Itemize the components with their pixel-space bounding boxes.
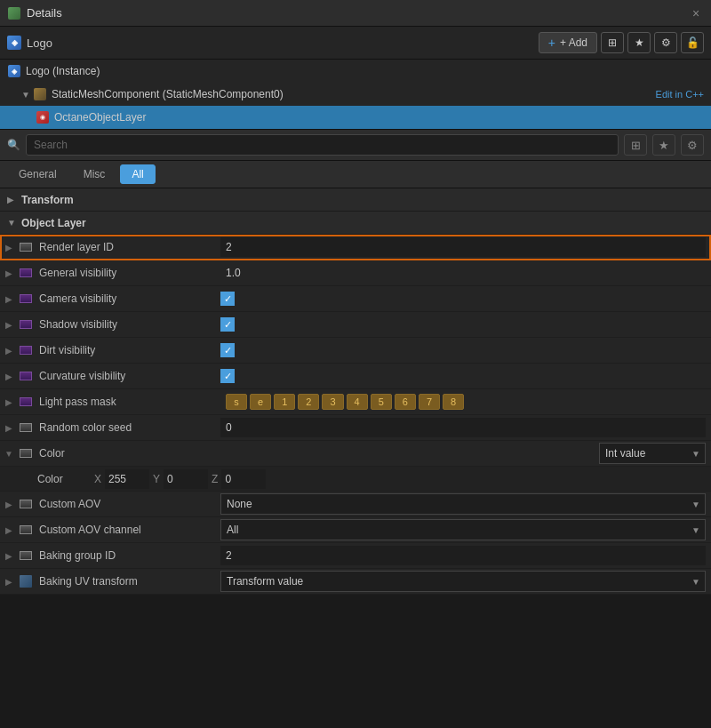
- expand-render-layer-id[interactable]: ▶: [0, 235, 18, 260]
- toolbar-buttons: + + Add ⊞ ★ ⚙ 🔓: [539, 32, 704, 53]
- settings-button[interactable]: ⚙: [654, 32, 677, 53]
- object-bar: ◈ Logo + + Add ⊞ ★ ⚙ 🔓: [0, 27, 711, 60]
- custom-aov-label: Custom AOV: [37, 498, 215, 510]
- camera-visibility-value: ✓: [215, 290, 711, 308]
- mask-btn-s[interactable]: s: [226, 394, 247, 410]
- baking-uv-transform-dropdown[interactable]: Transform value: [220, 571, 706, 592]
- prop-row-custom-aov-channel: ▶ Custom AOV channel All ▼: [0, 517, 711, 543]
- color-y-input[interactable]: [164, 469, 208, 489]
- color-mode-dropdown[interactable]: Int value: [599, 443, 706, 464]
- curvature-visibility-checkbox[interactable]: ✓: [220, 369, 235, 383]
- search-icon: 🔍: [7, 139, 20, 151]
- component-tree: ◈ Logo (Instance) ▼ StaticMeshComponent …: [0, 60, 711, 130]
- color-x-input[interactable]: [105, 469, 149, 489]
- tab-misc[interactable]: Misc: [72, 164, 117, 184]
- baking-uv-transform-label: Baking UV transform: [37, 575, 215, 588]
- prop-row-render-layer-id: ▶ Render layer ID: [0, 235, 711, 260]
- curvature-visibility-label: Curvature visibility: [37, 370, 215, 382]
- edit-cpp-link[interactable]: Edit in C++: [656, 89, 704, 100]
- grid-view-button[interactable]: ⊞: [624, 134, 647, 156]
- tab-general[interactable]: General: [7, 164, 68, 184]
- add-button[interactable]: + + Add: [539, 32, 597, 53]
- object-name-area: ◈ Logo: [7, 36, 52, 50]
- color-dropdown-area: Int value ▼: [215, 441, 711, 466]
- prop-row-random-color-seed: ▶ Random color seed: [0, 415, 711, 441]
- visibility-icon-shadow: [18, 316, 34, 332]
- expand-custom-aov[interactable]: ▶: [0, 492, 18, 516]
- camera-visibility-checkbox[interactable]: ✓: [220, 292, 235, 306]
- expand-camera-vis[interactable]: ▶: [0, 286, 18, 311]
- layers-icon-aov-channel: [18, 522, 34, 538]
- tab-all[interactable]: All: [120, 164, 155, 184]
- expand-baking-group-id[interactable]: ▶: [0, 543, 18, 568]
- expand-random-color-seed[interactable]: ▶: [0, 415, 18, 440]
- settings-filter-icon: ⚙: [687, 139, 698, 152]
- filter-settings-button[interactable]: ⚙: [681, 134, 704, 156]
- prop-row-color-xyz: Color X Y Z: [0, 467, 711, 492]
- favorites-button[interactable]: ★: [652, 134, 675, 156]
- prop-row-custom-aov: ▶ Custom AOV None ▼: [0, 492, 711, 517]
- baking-group-id-value: [215, 544, 711, 567]
- light-pass-mask-value: s e 1 2 3 4 5 6 7 8: [215, 389, 711, 414]
- mask-btn-e[interactable]: e: [250, 394, 271, 410]
- camera-visibility-label: Camera visibility: [37, 292, 215, 305]
- custom-aov-dropdown[interactable]: None: [220, 493, 706, 515]
- random-color-seed-value: [215, 416, 711, 439]
- general-visibility-label: General visibility: [37, 267, 215, 279]
- tree-label-static-mesh: StaticMeshComponent (StaticMeshComponent…: [52, 88, 284, 100]
- custom-aov-channel-label: Custom AOV channel: [37, 524, 215, 536]
- section-transform[interactable]: ▶ Transform: [0, 188, 711, 212]
- section-object-layer[interactable]: ▼ Object Layer: [0, 212, 711, 235]
- layers-icon-baking: [18, 548, 34, 564]
- expand-baking-uv-transform[interactable]: ▶: [0, 569, 18, 594]
- mask-btn-6[interactable]: 6: [395, 394, 416, 410]
- baking-group-id-input[interactable]: [220, 546, 706, 565]
- dirt-visibility-checkbox[interactable]: ✓: [220, 343, 235, 357]
- prop-row-camera-visibility: ▶ Camera visibility ✓: [0, 286, 711, 312]
- random-color-seed-input[interactable]: [220, 418, 706, 437]
- curvature-visibility-value: ✓: [215, 367, 711, 385]
- layout-button[interactable]: ⊞: [601, 32, 624, 53]
- expand-color[interactable]: ▼: [0, 441, 18, 466]
- expand-general-vis[interactable]: ▶: [0, 260, 18, 285]
- tree-item-octane[interactable]: ◉ OctaneObjectLayer: [0, 106, 711, 129]
- expand-curvature-vis[interactable]: ▶: [0, 364, 18, 388]
- panel-header: Details ×: [0, 0, 711, 27]
- z-label: Z: [212, 473, 218, 485]
- expand-shadow-vis[interactable]: ▶: [0, 312, 18, 337]
- panel-title: Details: [27, 6, 688, 20]
- custom-aov-channel-dropdown[interactable]: All: [220, 519, 706, 540]
- expand-light-pass-mask[interactable]: ▶: [0, 389, 18, 414]
- expand-custom-aov-channel[interactable]: ▶: [0, 517, 18, 542]
- tree-label-octane: OctaneObjectLayer: [54, 111, 146, 124]
- tree-item-logo[interactable]: ◈ Logo (Instance): [0, 60, 711, 83]
- color-z-input[interactable]: [221, 469, 266, 489]
- expand-dirt-vis[interactable]: ▶: [0, 338, 18, 363]
- mask-btn-4[interactable]: 4: [347, 394, 368, 410]
- visibility-icon-mask: [18, 394, 34, 410]
- light-pass-mask-label: Light pass mask: [37, 396, 215, 408]
- layout-icon: ⊞: [608, 36, 617, 49]
- mask-btn-1[interactable]: 1: [274, 394, 295, 410]
- visibility-icon-camera: [18, 291, 34, 307]
- lock-button[interactable]: 🔓: [681, 32, 704, 53]
- custom-aov-channel-dropdown-wrapper: All ▼: [220, 519, 706, 540]
- custom-aov-dropdown-wrapper: None ▼: [220, 493, 706, 515]
- star-button[interactable]: ★: [627, 32, 651, 53]
- general-visibility-text: 1.0: [220, 265, 246, 281]
- mask-btn-2[interactable]: 2: [298, 394, 319, 410]
- shadow-visibility-checkbox[interactable]: ✓: [220, 317, 235, 332]
- object-name: Logo: [27, 36, 52, 50]
- prop-row-shadow-visibility: ▶ Shadow visibility ✓: [0, 312, 711, 338]
- mask-btn-7[interactable]: 7: [419, 394, 440, 410]
- expand-arrow-static-mesh: ▼: [21, 90, 30, 100]
- search-input[interactable]: [26, 134, 619, 156]
- prop-row-general-visibility: ▶ General visibility 1.0: [0, 260, 711, 286]
- render-layer-id-input[interactable]: [220, 237, 706, 257]
- shadow-visibility-label: Shadow visibility: [37, 318, 215, 331]
- tree-item-static-mesh[interactable]: ▼ StaticMeshComponent (StaticMeshCompone…: [0, 83, 711, 106]
- mask-btn-8[interactable]: 8: [443, 394, 464, 410]
- mask-btn-5[interactable]: 5: [371, 394, 392, 410]
- mask-btn-3[interactable]: 3: [322, 394, 343, 410]
- close-button[interactable]: ×: [688, 5, 704, 21]
